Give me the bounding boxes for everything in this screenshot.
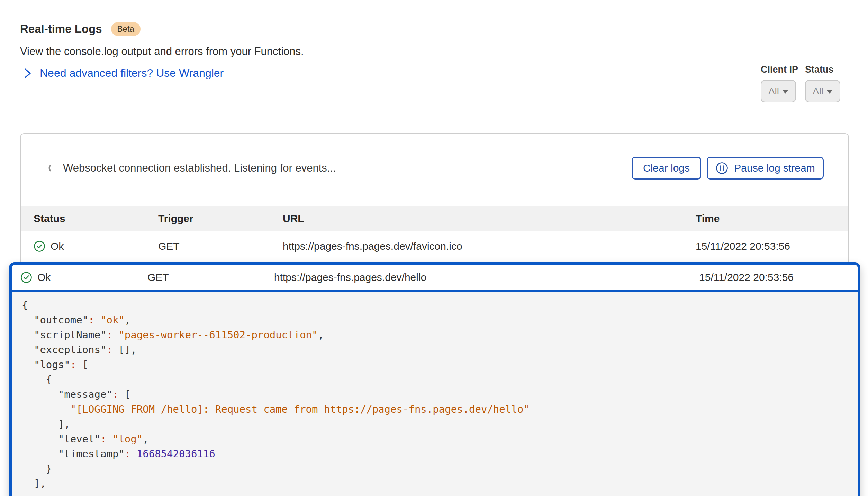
log-row-trigger: GET xyxy=(158,240,283,252)
log-filters: Client IP All Status All xyxy=(761,64,840,102)
code-line: ], xyxy=(22,476,858,491)
client-ip-filter-value: All xyxy=(768,86,779,97)
json-log-body: { "outcome": "ok", "scriptName": "pages-… xyxy=(12,292,858,496)
code-line: "scriptName": "pages-worker--611502-prod… xyxy=(22,328,858,342)
page-header: Real-time Logs Beta xyxy=(20,22,141,36)
column-header-trigger: Trigger xyxy=(158,213,283,224)
code-line: { xyxy=(22,298,858,313)
log-row-status-text: Ok xyxy=(51,240,64,252)
pause-log-stream-label: Pause log stream xyxy=(734,162,815,174)
code-line: ], xyxy=(22,417,858,432)
advanced-filters-link-label: Need advanced filters? Use Wrangler xyxy=(40,67,224,80)
client-ip-filter-label: Client IP xyxy=(761,64,798,75)
code-line: "level": "log", xyxy=(22,432,858,447)
log-row-time: 15/11/2022 20:53:56 xyxy=(696,240,848,252)
status-filter-value: All xyxy=(813,86,823,97)
websocket-status-text: Websocket connection established. Listen… xyxy=(63,162,336,174)
selected-log-row[interactable]: Ok GET https://pages-fns.pages.dev/hello… xyxy=(12,265,858,292)
log-table-row[interactable]: Ok GET https://pages-fns.pages.dev/favic… xyxy=(21,231,848,261)
code-line: "outcome": "ok", xyxy=(22,313,858,328)
page-description: View the console.log output and errors f… xyxy=(20,45,304,58)
chevron-right-icon xyxy=(23,67,32,80)
code-line: "timestamp": 1668542036116 xyxy=(22,447,858,461)
client-ip-filter-dropdown[interactable]: All xyxy=(761,80,796,102)
websocket-status: Websocket connection established. Listen… xyxy=(48,162,336,174)
caret-down-icon xyxy=(782,90,788,94)
pause-icon xyxy=(715,162,729,175)
pause-log-stream-button[interactable]: Pause log stream xyxy=(707,157,824,180)
code-line: "exceptions": [], xyxy=(22,342,858,357)
log-row-url: https://pages-fns.pages.dev/favicon.ico xyxy=(283,240,696,252)
caret-down-icon xyxy=(826,90,833,94)
toolbar-buttons: Clear logs Pause log stream xyxy=(632,157,824,180)
clear-logs-label: Clear logs xyxy=(643,162,690,174)
spinner-icon xyxy=(48,164,57,173)
column-header-url: URL xyxy=(283,213,696,224)
code-line: } xyxy=(22,461,858,476)
clear-logs-button[interactable]: Clear logs xyxy=(632,157,701,180)
expanded-log-entry: Ok GET https://pages-fns.pages.dev/hello… xyxy=(9,262,860,496)
code-line: "[LOGGING FROM /hello]: Request came fro… xyxy=(22,402,858,417)
status-filter-group: Status All xyxy=(805,64,840,102)
status-filter-label: Status xyxy=(805,64,840,75)
page-title: Real-time Logs xyxy=(20,22,102,36)
advanced-filters-link[interactable]: Need advanced filters? Use Wrangler xyxy=(23,67,224,80)
logs-toolbar: Websocket connection established. Listen… xyxy=(21,134,848,206)
client-ip-filter-group: Client IP All xyxy=(761,64,798,102)
log-row-status-text: Ok xyxy=(37,272,51,283)
log-table-header: Status Trigger URL Time xyxy=(21,206,848,231)
column-header-status: Status xyxy=(34,213,158,224)
status-filter-dropdown[interactable]: All xyxy=(805,80,840,102)
code-line: "logs": [ xyxy=(22,357,858,372)
code-line: { xyxy=(22,372,858,387)
check-circle-icon xyxy=(20,272,32,283)
log-row-trigger: GET xyxy=(147,272,274,283)
log-row-time: 15/11/2022 20:53:56 xyxy=(699,272,858,283)
check-circle-icon xyxy=(34,240,45,252)
log-row-status: Ok xyxy=(20,272,147,283)
code-line: "message": [ xyxy=(22,387,858,402)
beta-badge: Beta xyxy=(111,22,141,36)
realtime-logs-page: Real-time Logs Beta View the console.log… xyxy=(0,0,868,496)
log-row-url: https://pages-fns.pages.dev/hello xyxy=(274,272,699,283)
log-row-status: Ok xyxy=(34,240,158,252)
column-header-time: Time xyxy=(696,213,848,224)
